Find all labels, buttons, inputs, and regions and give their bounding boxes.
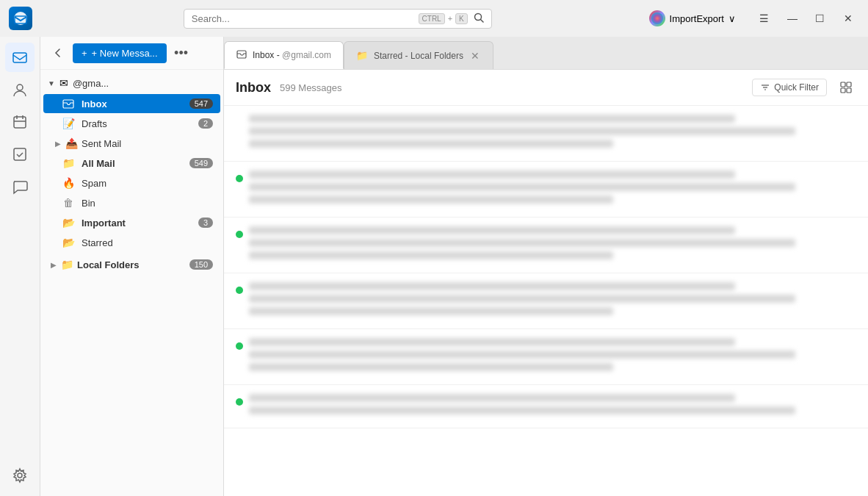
maximize-button[interactable]: ☐ bbox=[809, 10, 831, 27]
message-content bbox=[249, 338, 856, 375]
titlebar-right: ImportExport ∨ ☰ — ☐ ✕ bbox=[643, 7, 859, 29]
svg-rect-20 bbox=[841, 88, 845, 93]
svg-rect-19 bbox=[847, 82, 851, 87]
message-sender bbox=[249, 338, 735, 346]
svg-rect-13 bbox=[63, 100, 73, 108]
message-subject bbox=[249, 351, 795, 359]
message-content bbox=[249, 394, 856, 419]
allmail-icon: 📁 bbox=[61, 157, 76, 169]
message-subject bbox=[249, 127, 795, 135]
message-sender bbox=[249, 282, 735, 290]
folder-item-starred[interactable]: 📂 Starred bbox=[43, 233, 220, 252]
local-folders-label: Local Folders bbox=[77, 259, 187, 270]
message-item[interactable] bbox=[224, 162, 868, 218]
message-list bbox=[224, 106, 868, 496]
app-icon bbox=[9, 7, 32, 30]
folder-item-spam[interactable]: 🔥 Spam bbox=[43, 173, 220, 193]
folder-item-allmail[interactable]: 📁 All Mail 549 bbox=[43, 154, 220, 173]
tab-starred-close-button[interactable]: ✕ bbox=[469, 50, 481, 62]
drafts-label: Drafts bbox=[82, 118, 192, 129]
quick-filter-button[interactable]: Quick Filter bbox=[752, 79, 827, 96]
local-folders-expand-icon: ▶ bbox=[51, 261, 57, 269]
message-item[interactable] bbox=[224, 273, 868, 329]
message-area: Inbox 599 Messages Quick Filter bbox=[224, 69, 868, 496]
close-button[interactable]: ✕ bbox=[837, 10, 859, 27]
message-content bbox=[249, 115, 856, 152]
svg-point-6 bbox=[17, 85, 23, 90]
folder-item-drafts[interactable]: 📝 Drafts 2 bbox=[43, 114, 220, 133]
quick-filter-label: Quick Filter bbox=[774, 82, 819, 93]
folder-item-bin[interactable]: 🗑 Bin bbox=[43, 193, 220, 212]
nav-mail-icon[interactable] bbox=[5, 43, 35, 72]
tab-bar: Inbox - @gmail.com 📁 Starred - Local Fol… bbox=[224, 37, 868, 69]
tab-inbox[interactable]: Inbox - @gmail.com bbox=[224, 41, 344, 69]
search-input[interactable] bbox=[192, 13, 413, 24]
tab-starred[interactable]: 📁 Starred - Local Folders ✕ bbox=[344, 41, 493, 69]
important-icon: 📂 bbox=[61, 217, 76, 229]
folder-pane: + + New Messa... ••• ▼ ✉ @gma... I bbox=[40, 37, 224, 496]
new-message-button[interactable]: + + New Messa... bbox=[73, 43, 167, 63]
nav-tasks-icon[interactable] bbox=[5, 140, 35, 169]
import-export-label: ImportExport bbox=[670, 13, 724, 24]
import-export-icon bbox=[649, 10, 665, 26]
local-folders-icon: 📁 bbox=[59, 259, 74, 270]
import-export-button[interactable]: ImportExport ∨ bbox=[643, 7, 742, 29]
main-area: + + New Messa... ••• ▼ ✉ @gma... I bbox=[0, 37, 868, 496]
hamburger-button[interactable]: ☰ bbox=[753, 10, 775, 27]
new-message-label: + New Messa... bbox=[92, 48, 158, 59]
nav-settings-icon[interactable] bbox=[5, 461, 35, 490]
back-button[interactable] bbox=[48, 43, 68, 63]
search-shortcut: CTRL + K bbox=[419, 13, 468, 24]
important-label: Important bbox=[82, 218, 192, 229]
titlebar: CTRL + K bbox=[0, 0, 868, 37]
message-item[interactable] bbox=[224, 106, 868, 162]
svg-point-12 bbox=[18, 473, 22, 478]
folder-list: ▼ ✉ @gma... Inbox 547 📝 Drafts 2 bbox=[40, 70, 223, 496]
folder-item-inbox[interactable]: Inbox 547 bbox=[43, 94, 220, 113]
message-subject bbox=[249, 183, 795, 191]
unread-indicator bbox=[236, 175, 243, 182]
titlebar-left bbox=[9, 7, 32, 30]
message-item[interactable] bbox=[224, 218, 868, 273]
search-bar[interactable]: CTRL + K bbox=[184, 9, 492, 29]
message-preview bbox=[249, 307, 613, 315]
svg-line-3 bbox=[480, 19, 483, 22]
nav-contacts-icon[interactable] bbox=[5, 75, 35, 104]
message-content bbox=[249, 170, 856, 208]
filter-columns-button[interactable] bbox=[836, 77, 856, 98]
account-name: @gma... bbox=[73, 78, 216, 89]
local-folders-badge: 150 bbox=[189, 259, 213, 270]
account-header[interactable]: ▼ ✉ @gma... bbox=[40, 73, 223, 93]
tab-inbox-icon bbox=[236, 49, 247, 62]
message-item[interactable] bbox=[224, 329, 868, 385]
important-badge: 3 bbox=[198, 218, 213, 228]
folder-item-sent[interactable]: ▶ 📤 Sent Mail bbox=[43, 134, 220, 153]
nav-calendar-icon[interactable] bbox=[5, 107, 35, 137]
nav-chat-icon[interactable] bbox=[5, 172, 35, 201]
svg-rect-14 bbox=[237, 51, 246, 58]
bin-icon: 🗑 bbox=[61, 197, 76, 209]
content-area: Inbox - @gmail.com 📁 Starred - Local Fol… bbox=[224, 37, 868, 496]
message-subject bbox=[249, 406, 795, 414]
folder-item-local-folders[interactable]: ▶ 📁 Local Folders 150 bbox=[43, 255, 220, 274]
bin-label: Bin bbox=[82, 198, 213, 209]
message-subject bbox=[249, 239, 795, 247]
spam-label: Spam bbox=[82, 178, 213, 189]
inbox-label: Inbox bbox=[82, 98, 184, 109]
window-controls: ☰ — ☐ ✕ bbox=[753, 10, 859, 27]
new-message-plus-icon: + bbox=[82, 48, 87, 59]
search-icon[interactable] bbox=[474, 12, 484, 25]
allmail-label: All Mail bbox=[82, 158, 184, 169]
message-content bbox=[249, 226, 856, 264]
message-sender bbox=[249, 226, 735, 234]
plus-sign: + bbox=[448, 14, 452, 23]
message-item[interactable] bbox=[224, 385, 868, 428]
minimize-button[interactable]: — bbox=[781, 10, 803, 27]
message-preview bbox=[249, 140, 613, 148]
svg-rect-18 bbox=[841, 82, 845, 87]
more-options-button[interactable]: ••• bbox=[171, 43, 192, 63]
folder-item-important[interactable]: 📂 Important 3 bbox=[43, 213, 220, 232]
svg-rect-5 bbox=[13, 53, 26, 62]
sent-label: Sent Mail bbox=[82, 138, 213, 149]
message-subject bbox=[249, 295, 795, 303]
